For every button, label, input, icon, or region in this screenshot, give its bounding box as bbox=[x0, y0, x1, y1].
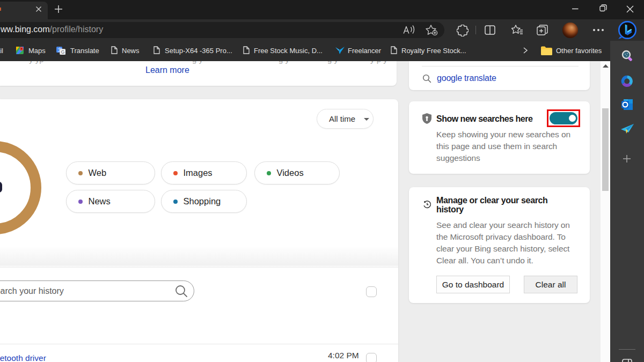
svg-text:G: G bbox=[61, 49, 65, 55]
